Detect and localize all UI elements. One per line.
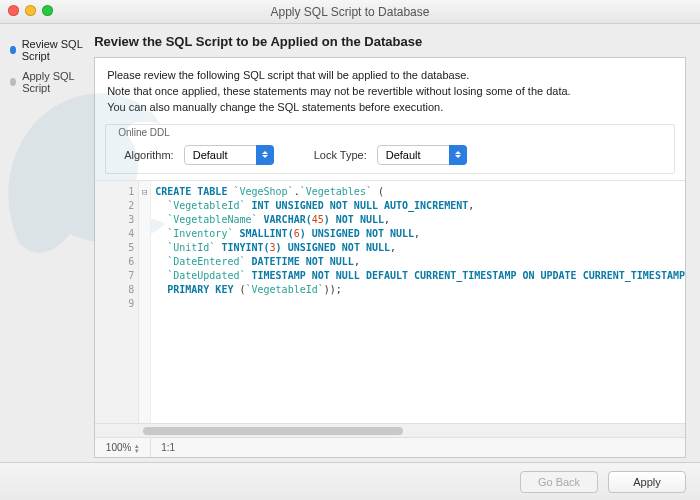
editor-statusbar: 100% ▴▾ 1:1 bbox=[95, 437, 685, 457]
locktype-label: Lock Type: bbox=[314, 149, 367, 161]
window-controls bbox=[8, 5, 53, 16]
window-title: Apply SQL Script to Database bbox=[271, 5, 430, 19]
locktype-select-wrap: Default bbox=[377, 145, 467, 165]
minimize-icon[interactable] bbox=[25, 5, 36, 16]
dialog-footer: Go Back Apply bbox=[0, 462, 700, 500]
instructions-text: Please review the following SQL script t… bbox=[95, 58, 685, 122]
page-title: Review the SQL Script to be Applied on t… bbox=[94, 34, 686, 49]
wizard-steps-sidebar: Review SQL Script Apply SQL Script bbox=[0, 24, 94, 462]
instruction-line: You can also manually change the SQL sta… bbox=[107, 100, 673, 115]
online-ddl-group: Online DDL Algorithm: Default Lock Type:… bbox=[105, 124, 675, 174]
apply-button[interactable]: Apply bbox=[608, 471, 686, 493]
step-label: Apply SQL Script bbox=[22, 70, 86, 94]
algorithm-select-wrap: Default bbox=[184, 145, 274, 165]
zoom-icon[interactable] bbox=[42, 5, 53, 16]
step-label: Review SQL Script bbox=[22, 38, 87, 62]
line-number-gutter: 123456789 bbox=[95, 181, 139, 423]
close-icon[interactable] bbox=[8, 5, 19, 16]
algorithm-select[interactable]: Default bbox=[184, 145, 274, 165]
zoom-value: 100% bbox=[106, 442, 132, 453]
code-area[interactable]: CREATE TABLE `VegeShop`.`Vegetables` ( `… bbox=[151, 181, 685, 423]
review-panel: Please review the following SQL script t… bbox=[94, 57, 686, 458]
instruction-line: Note that once applied, these statements… bbox=[107, 84, 673, 99]
instruction-line: Please review the following SQL script t… bbox=[107, 68, 673, 83]
horizontal-scrollbar[interactable] bbox=[95, 423, 685, 437]
step-apply-sql[interactable]: Apply SQL Script bbox=[10, 70, 86, 94]
fold-collapse-icon[interactable]: ⊟ bbox=[142, 187, 147, 197]
step-bullet-icon bbox=[10, 46, 16, 54]
fold-gutter[interactable]: ⊟ bbox=[139, 181, 151, 423]
go-back-button[interactable]: Go Back bbox=[520, 471, 598, 493]
algorithm-label: Algorithm: bbox=[124, 149, 174, 161]
step-bullet-icon bbox=[10, 78, 16, 86]
step-review-sql[interactable]: Review SQL Script bbox=[10, 38, 86, 62]
locktype-select[interactable]: Default bbox=[377, 145, 467, 165]
zoom-control[interactable]: 100% ▴▾ bbox=[95, 438, 151, 457]
cursor-position: 1:1 bbox=[151, 442, 185, 453]
stepper-icon[interactable]: ▴▾ bbox=[135, 443, 139, 453]
group-label: Online DDL bbox=[114, 127, 174, 138]
sql-editor[interactable]: 123456789 ⊟ CREATE TABLE `VegeShop`.`Veg… bbox=[95, 180, 685, 423]
scrollbar-thumb[interactable] bbox=[143, 427, 403, 435]
titlebar: Apply SQL Script to Database bbox=[0, 0, 700, 24]
